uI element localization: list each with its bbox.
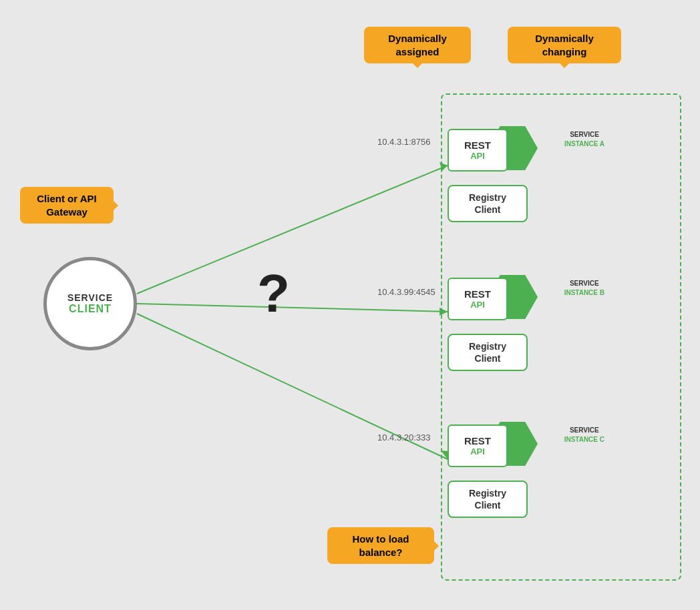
service-instance-a: REST API SERVICE INSTANCE A RegistryClie… — [448, 123, 551, 222]
ip-label-a: 10.4.3.1:8756 — [377, 137, 431, 147]
ip-label-b: 10.4.3.99:4545 — [377, 287, 435, 297]
rest-api-box-b: REST API — [448, 278, 508, 320]
service-instance-c: REST API SERVICE INSTANCE C RegistryClie… — [448, 419, 551, 518]
rest-api-box-a: REST API — [448, 129, 508, 172]
service-client-circle: SERVICE CLIENT — [43, 257, 137, 350]
instance-a-label: SERVICE INSTANCE A — [564, 130, 604, 149]
service-client-bottom-label: CLIENT — [69, 303, 112, 315]
svg-line-0 — [137, 166, 448, 294]
registry-client-box-c: RegistryClient — [448, 481, 528, 518]
rest-label-c: REST — [464, 435, 491, 446]
dynamically-changing-callout: Dynamicallychanging — [508, 27, 621, 63]
rest-label-a: REST — [464, 139, 491, 151]
instance-b-label: SERVICE INSTANCE B — [564, 279, 604, 298]
registry-client-box-b: RegistryClient — [448, 334, 528, 371]
question-mark: ? — [257, 267, 290, 320]
svg-line-2 — [137, 304, 448, 312]
api-label-b: API — [470, 300, 485, 310]
how-to-load-balance-callout: How to loadbalance? — [327, 527, 434, 564]
client-api-gateway-callout: Client or APIGateway — [20, 187, 114, 224]
api-label-c: API — [470, 446, 485, 456]
ip-label-c: 10.4.3.20:333 — [377, 432, 431, 442]
dynamically-assigned-callout: Dynamicallyassigned — [364, 27, 471, 63]
service-instance-b: REST API SERVICE INSTANCE B RegistryClie… — [448, 272, 551, 371]
rest-api-box-c: REST API — [448, 424, 508, 467]
service-client-top-label: SERVICE — [67, 292, 113, 303]
registry-client-box-a: RegistryClient — [448, 185, 528, 222]
rest-label-b: REST — [464, 288, 491, 300]
instance-c-label: SERVICE INSTANCE C — [564, 426, 604, 444]
api-label-a: API — [470, 151, 485, 161]
